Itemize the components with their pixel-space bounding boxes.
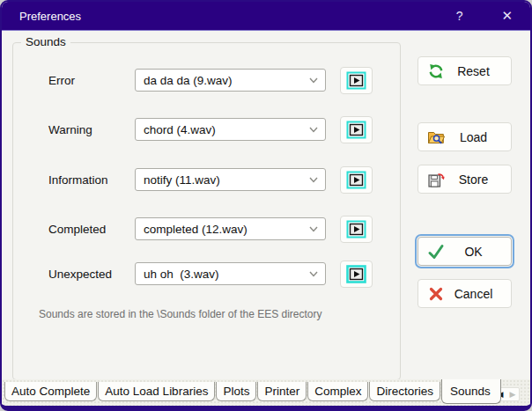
load-button-label: Load <box>445 130 502 144</box>
unexpected-play-button[interactable] <box>340 261 373 288</box>
open-folder-search-icon <box>427 128 445 146</box>
chevron-down-icon <box>309 127 318 133</box>
sounds-groupbox-legend: Sounds <box>21 35 70 48</box>
tab-sounds[interactable]: Sounds <box>441 379 501 404</box>
completed-label: Completed <box>48 223 106 236</box>
load-button[interactable]: Load <box>417 122 512 151</box>
error-label: Error <box>48 74 75 87</box>
warning-sound-select[interactable]: chord (4.wav) <box>135 118 326 141</box>
ok-button-label: OK <box>445 245 502 259</box>
checkmark-icon <box>427 243 445 261</box>
chevron-down-icon <box>309 177 318 183</box>
tab-directories[interactable]: Directories <box>369 382 440 401</box>
error-play-button[interactable] <box>340 67 373 94</box>
information-sound-value: notify (11.wav) <box>144 173 220 187</box>
chevron-down-icon <box>309 77 318 84</box>
warning-label: Warning <box>48 123 92 136</box>
store-button[interactable]: Store <box>417 165 512 194</box>
tab-strip: Auto Complete Auto Load Libraries Plots … <box>2 379 530 406</box>
play-icon <box>346 171 366 189</box>
preferences-dialog: Preferences ? ✕ Sounds Error da da da (9… <box>0 0 532 411</box>
play-icon <box>346 121 366 139</box>
unexpected-label: Unexpected <box>48 268 112 281</box>
tab-auto-load-libraries[interactable]: Auto Load Libraries <box>98 382 215 401</box>
help-button[interactable]: ? <box>456 9 463 23</box>
information-sound-select[interactable]: notify (11.wav) <box>135 168 326 191</box>
completed-sound-value: completed (12.wav) <box>144 223 248 236</box>
tab-plots[interactable]: Plots <box>216 382 256 401</box>
tab-complex[interactable]: Complex <box>307 382 368 401</box>
titlebar: Preferences ? ✕ <box>2 2 530 31</box>
unexpected-sound-select[interactable]: uh oh (3.wav) <box>135 262 326 285</box>
warning-play-button[interactable] <box>340 116 373 143</box>
reset-button[interactable]: Reset <box>417 56 512 85</box>
x-icon <box>427 285 445 303</box>
save-disk-icon <box>427 171 445 188</box>
error-sound-value: da da da (9.wav) <box>144 74 233 87</box>
warning-sound-value: chord (4.wav) <box>144 123 216 136</box>
close-button[interactable]: ✕ <box>501 8 513 24</box>
unexpected-sound-value: uh oh (3.wav) <box>144 268 219 281</box>
tab-scroll-right-icon[interactable]: ▶ <box>510 391 516 399</box>
information-play-button[interactable] <box>340 166 373 194</box>
chevron-down-icon <box>309 271 318 277</box>
ok-button[interactable]: OK <box>417 237 512 266</box>
reset-button-label: Reset <box>445 64 502 78</box>
play-icon <box>346 71 366 90</box>
cancel-button-label: Cancel <box>445 287 502 301</box>
tab-printer[interactable]: Printer <box>257 382 307 401</box>
completed-play-button[interactable] <box>340 216 373 243</box>
error-sound-select[interactable]: da da da (9.wav) <box>135 69 326 92</box>
chevron-down-icon <box>309 226 318 232</box>
play-icon <box>346 220 366 239</box>
cancel-button[interactable]: Cancel <box>417 279 512 308</box>
completed-sound-select[interactable]: completed (12.wav) <box>135 217 326 240</box>
window-title: Preferences <box>19 10 456 23</box>
store-button-label: Store <box>445 172 502 187</box>
refresh-icon <box>427 62 445 80</box>
tab-auto-complete[interactable]: Auto Complete <box>4 382 97 401</box>
play-icon <box>346 265 366 283</box>
sounds-folder-note: Sounds are stored in the \Sounds folder … <box>39 308 391 320</box>
information-label: Information <box>48 173 108 187</box>
